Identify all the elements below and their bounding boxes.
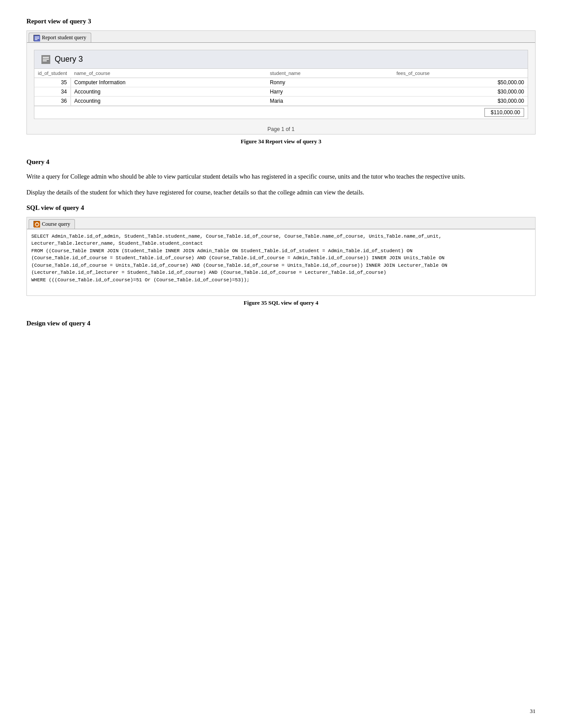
design-heading: Design view of query 4 — [26, 320, 536, 327]
col-header-fees: fees_of_course — [393, 69, 528, 78]
svg-rect-1 — [35, 37, 39, 37]
sql-view-heading: SQL view of query 4 — [26, 204, 536, 212]
cell-course: Accounting — [71, 87, 266, 97]
cell-course: Computer Information — [71, 78, 266, 87]
query-title-bar: Query 3 — [34, 50, 528, 69]
report-tab[interactable]: Report student query — [29, 33, 91, 42]
sql-figure-caption: Figure 35 SQL view of query 4 — [26, 299, 536, 306]
report-table: id_of_student name_of_course student_nam… — [34, 69, 528, 106]
report-tab-bar: Report student query — [27, 31, 535, 43]
sql-tab[interactable]: Course query — [29, 219, 75, 229]
cell-fees: $30,000.00 — [393, 97, 528, 106]
svg-rect-2 — [35, 38, 39, 39]
total-box: $110,000.00 — [484, 108, 524, 117]
cell-fees: $30,000.00 — [393, 87, 528, 97]
table-row: 35 Computer Information Ronny $50,000.00 — [34, 78, 528, 87]
cell-student: Maria — [266, 97, 393, 106]
sql-container: Course query SELECT Admin_Table.id_of_ad… — [26, 217, 536, 296]
report-container: Report student query Query 3 — [26, 30, 536, 134]
svg-rect-3 — [35, 39, 37, 40]
page-indicator: Page 1 of 1 — [27, 126, 535, 132]
sql-content: SELECT Admin_Table.id_of_admin, Student_… — [27, 229, 535, 295]
report-inner: Query 3 id_of_student name_of_course stu… — [34, 50, 528, 119]
query4-heading: Query 4 — [26, 158, 536, 166]
query-title-text: Query 3 — [55, 55, 83, 64]
svg-rect-5 — [43, 57, 49, 58]
query4-paragraph2: Display the details of the student for w… — [26, 188, 536, 198]
svg-rect-7 — [43, 60, 47, 61]
cell-student: Ronny — [266, 78, 393, 87]
sql-tab-label: Course query — [42, 221, 70, 228]
sql-tab-icon — [33, 221, 40, 227]
cell-fees: $50,000.00 — [393, 78, 528, 87]
report-section: Report view of query 3 Report student qu… — [26, 18, 536, 145]
cell-course: Accounting — [71, 97, 266, 106]
cell-id: 35 — [34, 78, 71, 87]
table-row: 34 Accounting Harry $30,000.00 — [34, 87, 528, 97]
cell-id: 34 — [34, 87, 71, 97]
report-heading: Report view of query 3 — [26, 18, 536, 25]
total-row: $110,000.00 — [34, 106, 528, 119]
col-header-id: id_of_student — [34, 69, 71, 78]
cell-id: 36 — [34, 97, 71, 106]
col-header-student: student_name — [266, 69, 393, 78]
svg-rect-8 — [34, 221, 40, 228]
table-row: 36 Accounting Maria $30,000.00 — [34, 97, 528, 106]
sql-tab-bar: Course query — [27, 217, 535, 229]
query4-section: Query 4 Write a query for College admin … — [26, 158, 536, 327]
report-tab-icon — [33, 35, 40, 41]
col-header-course: name_of_course — [71, 69, 266, 78]
page-number: 31 — [530, 708, 536, 715]
report-tab-label: Report student query — [42, 34, 86, 41]
query-title-icon — [41, 55, 50, 64]
query4-paragraph1: Write a query for College admin who shou… — [26, 172, 536, 182]
cell-student: Harry — [266, 87, 393, 97]
report-figure-caption: Figure 34 Report view of query 3 — [26, 138, 536, 145]
svg-rect-6 — [43, 59, 49, 60]
